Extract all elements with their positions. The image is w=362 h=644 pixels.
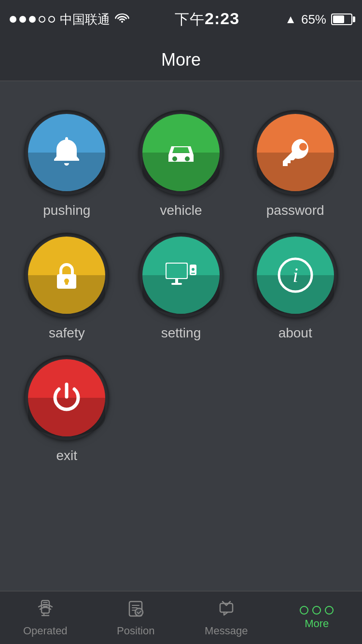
exit-cell[interactable]: exit — [10, 355, 124, 463]
about-cell[interactable]: i about — [238, 233, 352, 341]
exit-circle-wrap — [24, 355, 109, 440]
vehicle-circle-wrap — [139, 110, 223, 195]
dot2 — [19, 16, 26, 23]
svg-rect-2 — [65, 281, 68, 285]
about-circle: i — [257, 237, 334, 314]
safety-circle — [28, 237, 105, 314]
setting-cell[interactable]: setting — [124, 233, 238, 341]
car-icon — [162, 133, 200, 172]
carrier-label: 中国联通 — [60, 11, 110, 28]
pushing-circle-wrap — [24, 110, 109, 195]
setting-label: setting — [161, 325, 201, 341]
monitor-icon — [162, 256, 200, 294]
pushing-label: pushing — [43, 203, 90, 218]
position-label: Position — [117, 625, 154, 637]
message-label: Message — [205, 625, 248, 637]
svg-point-8 — [192, 268, 195, 271]
password-circle-wrap — [253, 110, 338, 195]
dot5 — [48, 16, 55, 23]
svg-point-14 — [135, 608, 143, 616]
vehicle-circle — [142, 114, 220, 191]
power-icon — [47, 378, 86, 417]
password-circle — [257, 114, 334, 191]
more-icon — [300, 606, 334, 615]
dot1 — [10, 16, 16, 23]
nav-bar: More — [0, 39, 362, 81]
pushing-circle — [28, 114, 105, 191]
tab-position[interactable]: Position — [91, 591, 181, 644]
svg-rect-4 — [167, 264, 187, 278]
dot4 — [39, 16, 45, 23]
password-cell[interactable]: password — [238, 110, 352, 218]
operated-icon — [35, 599, 56, 622]
status-bar: 中国联通 下午2:23 ▲ 65% — [0, 0, 362, 39]
signal-dots — [10, 16, 55, 23]
setting-circle-wrap — [139, 233, 223, 318]
tab-more[interactable]: More — [272, 591, 362, 644]
exit-circle — [28, 359, 105, 436]
info-icon: i — [276, 256, 315, 294]
tab-bar: Operated Position Message — [0, 591, 362, 644]
more-circle-3 — [325, 606, 334, 615]
svg-rect-9 — [191, 273, 195, 274]
bell-icon — [47, 133, 86, 172]
about-circle-wrap: i — [253, 233, 338, 318]
tab-message[interactable]: Message — [181, 591, 272, 644]
battery-icon — [331, 14, 352, 25]
page-title: More — [161, 50, 201, 70]
exit-label: exit — [56, 448, 78, 463]
operated-label: Operated — [23, 625, 68, 637]
battery-percent: 65% — [301, 12, 326, 27]
dot3 — [29, 16, 36, 23]
tab-operated[interactable]: Operated — [0, 591, 91, 644]
safety-circle-wrap — [24, 233, 109, 318]
time-label: 下午 — [175, 11, 205, 27]
svg-rect-5 — [175, 279, 178, 283]
time-display: 下午2:23 — [175, 9, 239, 29]
lock-icon — [47, 256, 86, 294]
location-icon: ▲ — [285, 13, 296, 26]
time-value: 2:23 — [205, 9, 239, 28]
message-icon — [216, 599, 237, 622]
key-icon — [276, 133, 315, 172]
svg-text:i: i — [292, 264, 298, 286]
svg-rect-6 — [171, 283, 182, 285]
more-label: More — [305, 617, 329, 630]
position-icon — [125, 599, 146, 622]
safety-cell[interactable]: safety — [10, 233, 124, 341]
vehicle-cell[interactable]: vehicle — [124, 110, 238, 218]
password-label: password — [266, 203, 324, 218]
status-left: 中国联通 — [10, 11, 129, 28]
status-right: ▲ 65% — [285, 12, 352, 27]
icon-grid: pushing vehicle passwo — [0, 91, 362, 473]
more-circle-2 — [312, 606, 321, 615]
wifi-icon — [115, 12, 129, 27]
vehicle-label: vehicle — [160, 203, 202, 218]
more-circle-1 — [300, 606, 308, 615]
safety-label: safety — [49, 325, 85, 341]
battery-fill — [333, 15, 344, 23]
main-content: pushing vehicle passwo — [0, 81, 362, 483]
pushing-cell[interactable]: pushing — [10, 110, 124, 218]
setting-circle — [142, 237, 220, 314]
about-label: about — [278, 325, 312, 341]
